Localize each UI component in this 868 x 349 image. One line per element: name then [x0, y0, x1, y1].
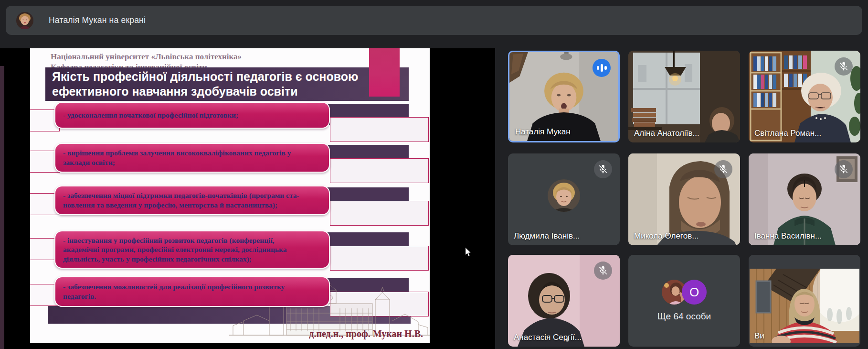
slide-bullet-5: - забезпечення можливостей для реалізаці…	[54, 276, 330, 307]
participant-name: Ви	[754, 331, 764, 341]
mic-muted-icon	[835, 160, 853, 178]
participant-tile-ivanna[interactable]: Іванна Василівн...	[749, 153, 860, 245]
participant-name: Аліна Анатоліїв...	[634, 129, 699, 138]
audio-level-icon	[593, 59, 611, 77]
slide-bullet-2: - вирішення проблеми залучення висококва…	[54, 143, 330, 173]
slide-bullet-1: - удосконалення початкової професійної п…	[54, 102, 330, 129]
participant-tile-svitlana[interactable]: Світлана Роман...	[749, 51, 860, 142]
presenting-label: Наталія Мукан на екрані	[49, 15, 146, 25]
shared-slide: Національний університет «Львівська полі…	[30, 48, 430, 343]
self-tile[interactable]: Ви	[749, 255, 860, 347]
participant-tile-mykola[interactable]: Микола Олегов...	[628, 153, 740, 245]
meet-window: Наталія Мукан на екрані Національний уні…	[0, 0, 868, 349]
participant-tile-liudmyla[interactable]: Людмила Іванів...	[508, 153, 620, 245]
overflow-avatar-letter: О	[682, 280, 707, 305]
participant-tile-natalia-mukan[interactable]: Наталія Мукан	[508, 51, 620, 142]
slide-institution-line1: Національний університет «Львівська полі…	[51, 52, 242, 62]
participant-name: Анастасія Сергії...	[514, 333, 582, 342]
slide-bullet-3: - забезпечення міцної підтримки педагогі…	[54, 185, 330, 215]
slide-outline-rect	[330, 246, 429, 271]
presenter-avatar-image	[16, 12, 33, 29]
self-video	[750, 269, 859, 343]
slide-outline-rect	[330, 201, 429, 226]
slide-bullet-4: - інвестування у професійний розвиток пе…	[54, 230, 330, 269]
participant-avatar	[548, 179, 580, 212]
overflow-avatars: О	[662, 280, 707, 305]
screenshare-area: Національний університет «Львівська полі…	[0, 48, 495, 349]
participant-tile-anastasiia[interactable]: Анастасія Сергії...	[508, 255, 620, 347]
slide-author: д.пед.н., проф. Мукан Н.В.	[309, 328, 423, 339]
participant-name: Людмила Іванів...	[514, 231, 580, 241]
slide-title: Якість професійної діяльності педагогів …	[45, 67, 409, 101]
slide-ribbon	[369, 48, 400, 97]
participant-name: Микола Олегов...	[634, 231, 699, 241]
slide-outline-rect	[330, 117, 429, 142]
participant-name: Наталія Мукан	[515, 127, 571, 137]
mic-muted-icon	[835, 57, 853, 76]
mic-muted-icon	[714, 160, 732, 178]
more-people-tile[interactable]: О Ще 64 особи	[628, 255, 740, 347]
presenter-avatar	[16, 12, 33, 29]
mouse-cursor	[465, 247, 472, 257]
participant-name: Іванна Василівн...	[754, 231, 822, 241]
presentation-edge-strip	[0, 66, 4, 349]
participant-name: Світлана Роман...	[754, 129, 821, 138]
participant-tile-alina[interactable]: Аліна Анатоліїв...	[628, 51, 740, 142]
presenting-banner: Наталія Мукан на екрані	[6, 6, 862, 35]
mic-muted-icon	[594, 262, 612, 280]
mic-muted-icon	[594, 160, 612, 178]
slide-outline-rect	[330, 158, 429, 183]
more-people-label: Ще 64 особи	[657, 311, 711, 322]
